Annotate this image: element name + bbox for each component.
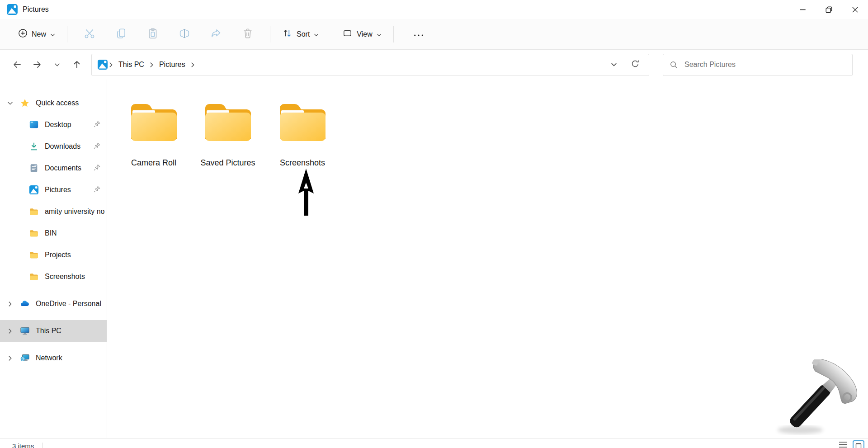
sidebar-item-desktop[interactable]: Desktop xyxy=(0,114,107,136)
status-bar: 3 items xyxy=(0,438,868,448)
folder-tile-saved-pictures[interactable]: Saved Pictures xyxy=(191,100,265,168)
back-button[interactable] xyxy=(7,56,27,74)
status-divider xyxy=(42,443,42,448)
folder-icon xyxy=(29,272,39,282)
pin-icon xyxy=(93,185,101,195)
breadcrumb-pictures[interactable]: Pictures xyxy=(155,58,190,71)
plus-circle-icon xyxy=(18,28,28,40)
refresh-icon[interactable] xyxy=(631,59,640,70)
sidebar-item-projects[interactable]: Projects xyxy=(0,244,107,266)
chevron-right-icon[interactable] xyxy=(0,301,20,307)
rename-button[interactable] xyxy=(170,24,199,44)
sidebar-item-label: Projects xyxy=(45,251,71,259)
sidebar-item-downloads[interactable]: Downloads xyxy=(0,136,107,157)
sidebar-item-label: Documents xyxy=(45,164,81,172)
folder-tile-camera-roll[interactable]: Camera Roll xyxy=(117,100,191,168)
sidebar-item-bin[interactable]: BIN xyxy=(0,222,107,244)
address-dropdown-icon[interactable] xyxy=(611,61,617,69)
chevron-down-icon xyxy=(377,30,382,38)
breadcrumb-chevron-icon[interactable] xyxy=(150,62,154,68)
folder-name: Screenshots xyxy=(265,158,340,168)
folder-name: Camera Roll xyxy=(117,158,191,168)
search-box[interactable] xyxy=(663,54,853,76)
breadcrumb-this-pc[interactable]: This PC xyxy=(114,58,149,71)
view-button-label: View xyxy=(357,30,372,38)
breadcrumb-chevron-icon[interactable] xyxy=(109,62,113,68)
paste-button[interactable] xyxy=(138,24,167,44)
trash-icon xyxy=(242,28,254,41)
file-list-area[interactable]: Camera Roll Saved Pictures Screenshots xyxy=(107,80,868,438)
network-icon xyxy=(20,353,30,363)
up-arrow-annotation xyxy=(297,168,315,217)
folder-icon xyxy=(29,228,39,238)
delete-button[interactable] xyxy=(233,24,262,44)
sidebar-item-this-pc[interactable]: This PC xyxy=(0,320,107,342)
sidebar-item-label: amity university no xyxy=(45,207,105,216)
sidebar-item-amity-university[interactable]: amity university no xyxy=(0,201,107,222)
search-input[interactable] xyxy=(684,61,834,69)
command-toolbar: New Sort xyxy=(0,19,868,50)
chevron-right-icon[interactable] xyxy=(0,328,20,334)
star-icon xyxy=(20,98,30,108)
toolbar-separator xyxy=(270,26,270,42)
thumbnails-view-toggle[interactable] xyxy=(853,440,864,448)
scissors-icon xyxy=(84,28,95,41)
view-button[interactable]: View xyxy=(337,24,387,44)
chevron-right-icon[interactable] xyxy=(0,355,20,361)
folder-large-icon xyxy=(191,100,265,145)
folder-tile-screenshots[interactable]: Screenshots xyxy=(265,100,340,168)
share-icon xyxy=(210,28,222,41)
breadcrumb-chevron-icon[interactable] xyxy=(191,62,195,68)
sidebar-item-quick-access[interactable]: Quick access xyxy=(0,92,107,114)
navigation-pane: Quick access Desktop Downloads Documents xyxy=(0,80,107,438)
chevron-down-icon xyxy=(50,30,55,38)
sidebar-item-label: Network xyxy=(36,354,62,362)
sidebar-item-label: OneDrive - Personal xyxy=(36,300,101,308)
see-more-button[interactable] xyxy=(406,26,431,42)
folder-large-icon xyxy=(265,100,340,145)
forward-button[interactable] xyxy=(27,56,47,74)
sort-button-label: Sort xyxy=(297,30,310,38)
minimize-button[interactable] xyxy=(789,0,816,19)
sidebar-item-label: BIN xyxy=(45,229,57,237)
sort-icon xyxy=(282,28,292,40)
new-button-label: New xyxy=(32,30,46,38)
pin-icon xyxy=(93,120,101,130)
sidebar-item-label: Screenshots xyxy=(45,273,85,281)
rename-icon xyxy=(179,28,190,41)
pictures-icon xyxy=(29,185,39,195)
restore-button[interactable] xyxy=(816,0,842,19)
item-count: 3 items xyxy=(12,442,34,448)
address-bar[interactable]: This PC Pictures xyxy=(91,54,649,76)
folder-icon xyxy=(29,207,39,217)
sidebar-item-label: Downloads xyxy=(45,142,80,151)
recent-locations-button[interactable] xyxy=(47,56,67,74)
downloads-icon xyxy=(29,141,39,151)
toolbar-separator xyxy=(67,26,67,42)
sidebar-item-label: Pictures xyxy=(45,186,71,194)
close-button[interactable] xyxy=(842,0,868,19)
desktop-icon xyxy=(29,120,39,130)
share-button[interactable] xyxy=(202,24,231,44)
sidebar-item-onedrive[interactable]: OneDrive - Personal xyxy=(0,293,107,315)
sidebar-item-screenshots[interactable]: Screenshots xyxy=(0,266,107,288)
sidebar-item-label: This PC xyxy=(36,327,61,335)
sidebar-item-pictures[interactable]: Pictures xyxy=(0,179,107,201)
sort-button[interactable]: Sort xyxy=(277,24,324,44)
folder-name: Saved Pictures xyxy=(191,158,265,168)
title-bar: Pictures xyxy=(0,0,868,19)
up-button[interactable] xyxy=(67,56,87,74)
sidebar-item-documents[interactable]: Documents xyxy=(0,157,107,179)
sidebar-item-network[interactable]: Network xyxy=(0,347,107,369)
sidebar-item-label: Quick access xyxy=(36,99,79,107)
address-row: This PC Pictures xyxy=(0,50,868,80)
search-icon xyxy=(670,61,678,69)
new-button[interactable]: New xyxy=(13,24,61,44)
details-view-toggle[interactable] xyxy=(838,440,848,448)
cut-button[interactable] xyxy=(75,24,104,44)
this-pc-icon xyxy=(20,326,30,336)
copy-button[interactable] xyxy=(107,24,136,44)
folder-icon xyxy=(29,250,39,260)
onedrive-icon xyxy=(20,299,30,309)
chevron-down-icon[interactable] xyxy=(0,101,20,105)
